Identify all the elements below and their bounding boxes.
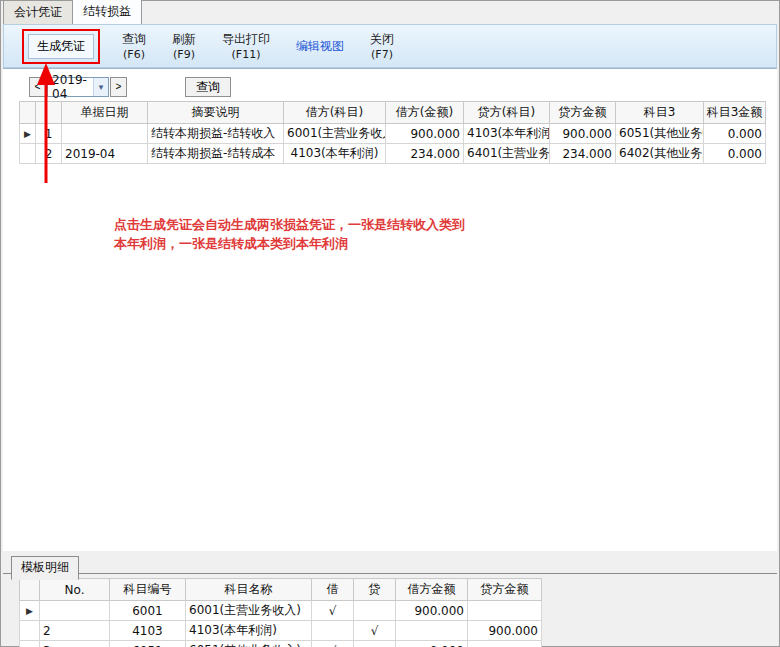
cell-subject3[interactable]: 6402(其他业务成本) [616, 144, 704, 164]
detail-col-header-code[interactable]: 科目编号 [110, 579, 186, 601]
next-period-button[interactable]: > [110, 77, 127, 97]
detail-col-header-credit-amount[interactable]: 贷方金额 [468, 579, 542, 601]
cell-credit-amount[interactable]: 900.000 [550, 124, 616, 144]
export-print-button-shortcut: (F11) [232, 48, 261, 61]
col-header-summary[interactable]: 摘要说明 [148, 102, 284, 124]
col-header-debit-amount[interactable]: 借方(金额) [386, 102, 464, 124]
detail-col-header-name[interactable]: 科目名称 [186, 579, 312, 601]
detail-cell-credit-amount[interactable] [468, 601, 542, 621]
toolbar: 生成凭证 查询 (F6) 刷新 (F9) 导出打印 (F11) 编辑视图 关闭 … [3, 24, 777, 68]
col-header-credit-subject[interactable]: 贷方(科目) [464, 102, 550, 124]
cell-debit-amount[interactable]: 234.000 [386, 144, 464, 164]
cell-subject3-amount[interactable]: 0.000 [704, 144, 766, 164]
template-detail-body: No. 科目编号 科目名称 借 贷 借方金额 贷方金额 ▶ 1 6001 600… [3, 573, 777, 646]
period-dropdown-value: 2019-04 [48, 73, 93, 101]
detail-row[interactable]: 3 6051 6051(其他业务收入) √ 0.000 [20, 641, 542, 647]
cell-summary[interactable]: 结转本期损益-结转成本 [148, 144, 284, 164]
credit-checkmark[interactable] [354, 601, 396, 621]
tab-template-detail[interactable]: 模板明细 [11, 556, 79, 580]
refresh-button[interactable]: 刷新 (F9) [168, 29, 200, 63]
red-highlight-box: 生成凭证 [22, 29, 100, 64]
edit-view-link[interactable]: 编辑视图 [292, 36, 348, 57]
main-area: < 2019-04 ▾ > 查询 单据日期 摘要说明 借方(科目) 借方(金额) [3, 68, 777, 552]
detail-cell-debit-amount[interactable] [396, 621, 468, 641]
row-marker-empty[interactable] [20, 144, 36, 164]
cell-credit-amount[interactable]: 234.000 [550, 144, 616, 164]
debit-checkmark[interactable] [312, 621, 354, 641]
cell-debit-subject[interactable]: 4103(本年利润) [284, 144, 386, 164]
query-button-shortcut: (F6) [123, 48, 145, 61]
credit-checkmark[interactable] [354, 641, 396, 647]
prev-period-button[interactable]: < [29, 77, 46, 97]
detail-cell-name[interactable]: 4103(本年利润) [186, 621, 312, 641]
chevron-down-icon[interactable]: ▾ [93, 78, 108, 96]
query-button[interactable]: 查询 (F6) [118, 29, 150, 63]
period-filter-row: < 2019-04 ▾ > 查询 [29, 77, 231, 97]
period-dropdown[interactable]: 2019-04 ▾ [47, 77, 109, 97]
detail-col-header-debit[interactable]: 借 [312, 579, 354, 601]
cell-debit-subject[interactable]: 6001(主营业务收入) [284, 124, 386, 144]
generate-voucher-button[interactable]: 生成凭证 [28, 34, 94, 59]
col-header-subject3-amount[interactable]: 科目3金额 [704, 102, 766, 124]
annotation-line-2: 本年利润，一张是结转成本类到本年利润 [114, 234, 465, 253]
col-header-credit-amount[interactable]: 贷方金额 [550, 102, 616, 124]
tab-accounting-voucher[interactable]: 会计凭证 [3, 0, 73, 24]
red-annotation-text: 点击生成凭证会自动生成两张损益凭证，一张是结转收入类到 本年利润，一张是结转成本… [114, 215, 465, 253]
row-number[interactable]: 1 [36, 124, 62, 144]
close-button-shortcut: (F7) [371, 48, 393, 61]
annotation-line-1: 点击生成凭证会自动生成两张损益凭证，一张是结转收入类到 [114, 215, 465, 234]
refresh-button-label: 刷新 [172, 31, 196, 48]
detail-cell-code[interactable]: 4103 [110, 621, 186, 641]
current-row-marker-icon[interactable]: ▶ [20, 124, 36, 144]
row-marker-empty[interactable] [20, 641, 40, 647]
detail-cell-no[interactable]: 2 [40, 621, 110, 641]
cell-debit-amount[interactable]: 900.000 [386, 124, 464, 144]
detail-cell-no-selected[interactable]: 1 [40, 601, 110, 621]
detail-col-header-debit-amount[interactable]: 借方金额 [396, 579, 468, 601]
cell-summary[interactable]: 结转本期损益-结转收入 [148, 124, 284, 144]
table-row[interactable]: ▶ 1 2019-04 结转本期损益-结转收入 6001(主营业务收入) 900… [20, 124, 766, 144]
cell-credit-subject[interactable]: 6401(主营业务成本) [464, 144, 550, 164]
rownum-header [36, 102, 62, 124]
detail-cell-no[interactable]: 3 [40, 641, 110, 647]
cell-date[interactable]: 2019-04 [62, 144, 148, 164]
carryover-table: 单据日期 摘要说明 借方(科目) 借方(金额) 贷方(科目) 贷方金额 科目3 … [19, 101, 766, 164]
col-header-debit-subject[interactable]: 借方(科目) [284, 102, 386, 124]
detail-cell-name[interactable]: 6001(主营业务收入) [186, 601, 312, 621]
detail-cell-code[interactable]: 6001 [110, 601, 186, 621]
close-button[interactable]: 关闭 (F7) [366, 29, 398, 63]
cell-subject3-amount[interactable]: 0.000 [704, 124, 766, 144]
col-header-subject3[interactable]: 科目3 [616, 102, 704, 124]
credit-checkmark[interactable]: √ [354, 621, 396, 641]
detail-cell-credit-amount[interactable] [468, 641, 542, 647]
detail-cell-code[interactable]: 6051 [110, 641, 186, 647]
table-row[interactable]: 2 2019-04 结转本期损益-结转成本 4103(本年利润) 234.000… [20, 144, 766, 164]
debit-checkmark[interactable]: √ [312, 641, 354, 647]
detail-col-header-no[interactable]: No. [40, 579, 110, 601]
table-header-row: 单据日期 摘要说明 借方(科目) 借方(金额) 贷方(科目) 贷方金额 科目3 … [20, 102, 766, 124]
detail-col-header-credit[interactable]: 贷 [354, 579, 396, 601]
detail-row[interactable]: ▶ 1 6001 6001(主营业务收入) √ 900.000 [20, 601, 542, 621]
cell-subject3[interactable]: 6051(其他业务收入) [616, 124, 704, 144]
detail-cell-credit-amount[interactable]: 900.000 [468, 621, 542, 641]
top-tabstrip: 会计凭证 结转损益 [3, 3, 777, 24]
debit-checkmark[interactable]: √ [312, 601, 354, 621]
col-header-date[interactable]: 单据日期 [62, 102, 148, 124]
export-print-button-label: 导出打印 [222, 31, 270, 48]
current-row-marker-icon[interactable]: ▶ [20, 601, 40, 621]
cell-credit-subject[interactable]: 4103(本年利润) [464, 124, 550, 144]
export-print-button[interactable]: 导出打印 (F11) [218, 29, 274, 63]
row-marker-empty[interactable] [20, 621, 40, 641]
detail-cell-name[interactable]: 6051(其他业务收入) [186, 641, 312, 647]
cell-date-selected[interactable]: 2019-04 [62, 124, 148, 144]
template-detail-panel: 模板明细 No. 科目编号 科目名称 借 贷 借方金额 贷方金额 [3, 551, 777, 646]
tab-carryover-profit-loss[interactable]: 结转损益 [72, 0, 142, 24]
detail-row[interactable]: 2 4103 4103(本年利润) √ 900.000 [20, 621, 542, 641]
detail-cell-debit-amount[interactable]: 900.000 [396, 601, 468, 621]
query-button-label: 查询 [122, 31, 146, 48]
row-number[interactable]: 2 [36, 144, 62, 164]
app-window: 会计凭证 结转损益 生成凭证 查询 (F6) 刷新 (F9) 导出打印 (F11… [0, 0, 780, 647]
filter-query-button[interactable]: 查询 [185, 77, 231, 97]
template-detail-table: No. 科目编号 科目名称 借 贷 借方金额 贷方金额 ▶ 1 6001 600… [19, 578, 542, 647]
detail-cell-debit-amount[interactable]: 0.000 [396, 641, 468, 647]
